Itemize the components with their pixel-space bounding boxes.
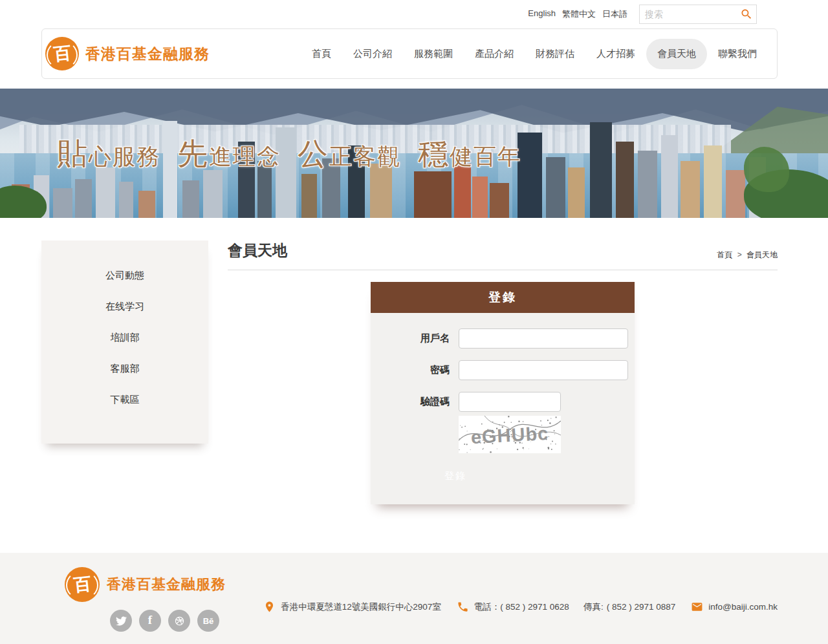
nav-product-intro[interactable]: 產品介紹: [464, 39, 525, 69]
hero-banner: 貼心服務 先進理念 公正客觀 穩健百年: [0, 89, 828, 218]
lang-english[interactable]: English: [528, 8, 556, 20]
captcha-label: 驗證碼: [371, 396, 450, 408]
username-input[interactable]: [459, 328, 628, 349]
hero-slogan: 貼心服務 先進理念 公正客觀 穩健百年: [57, 134, 521, 175]
top-bar: English 繁體中文 日本語: [0, 0, 828, 28]
nav-financial-assessment[interactable]: 財務評估: [525, 39, 585, 69]
footer-fax-label: 傳真:: [583, 601, 604, 613]
twitter-icon[interactable]: [110, 610, 132, 632]
footer: 百 香港百基金融服務 f Bē 香港中環夏愨道12號美國銀行中心2907室 電話…: [0, 553, 828, 644]
behance-icon[interactable]: Bē: [197, 610, 219, 632]
password-input[interactable]: [459, 360, 628, 380]
brand-logo-icon: 百: [45, 37, 79, 70]
login-panel: 登錄 用戶名 密碼 驗證碼 eGHUbc: [371, 282, 635, 504]
login-submit-button[interactable]: 登錄: [444, 470, 466, 482]
footer-contact: 香港中環夏愨道12號美國銀行中心2907室 電話： ( 852 ) 2971 0…: [263, 601, 778, 613]
breadcrumb-home[interactable]: 首頁: [717, 250, 732, 259]
sidebar: 公司動態 在线学习 培訓部 客服部 下載區: [41, 241, 208, 444]
username-row: 用戶名: [371, 328, 635, 349]
sidebar-item-company-news[interactable]: 公司動態: [41, 260, 208, 291]
slogan-segment: 穩健百年: [418, 134, 521, 175]
footer-email[interactable]: info@baiji.com.hk: [708, 602, 778, 612]
sidebar-item-downloads[interactable]: 下載區: [41, 384, 208, 415]
title-row: 會員天地 首頁 > 會員天地: [228, 241, 778, 270]
lang-traditional-chinese[interactable]: 繁體中文: [562, 8, 596, 20]
breadcrumb: 首頁 > 會員天地: [717, 250, 778, 261]
footer-logo-icon: 百: [65, 567, 100, 602]
phone-icon: [457, 601, 469, 613]
breadcrumb-separator: >: [737, 250, 742, 259]
search-icon[interactable]: [740, 8, 753, 21]
breadcrumb-current: 會員天地: [746, 250, 778, 259]
login-panel-header: 登錄: [371, 282, 635, 313]
slogan-segment: 先進理念: [177, 134, 281, 175]
main-content-area: 公司動態 在线学习 培訓部 客服部 下載區 會員天地 首頁 > 會員天地 登錄 …: [41, 218, 778, 553]
content-section: 會員天地 首頁 > 會員天地 登錄 用戶名 密碼 驗證碼: [228, 241, 778, 504]
sidebar-item-training-dept[interactable]: 培訓部: [41, 322, 208, 353]
captcha-row: 驗證碼: [371, 392, 635, 412]
email-icon: [691, 601, 703, 613]
site-header: 百 香港百基金融服務 首頁 公司介紹 服務範圍 產品介紹 財務評估 人才招募 會…: [41, 28, 778, 79]
footer-logo-glyph: 百: [72, 575, 92, 594]
facebook-icon[interactable]: f: [139, 610, 161, 632]
dribbble-icon[interactable]: [168, 610, 190, 632]
logo-glyph: 百: [52, 44, 72, 63]
footer-brand-logo[interactable]: 百 香港百基金融服務: [65, 567, 226, 602]
slogan-segment: 公正客觀: [298, 134, 401, 175]
nav-member-area[interactable]: 會員天地: [646, 39, 707, 69]
svg-text:eGHUbc: eGHUbc: [470, 423, 549, 447]
nav-company-intro[interactable]: 公司介紹: [342, 39, 403, 69]
main-nav: 首頁 公司介紹 服務範圍 產品介紹 財務評估 人才招募 會員天地 聯繫我們: [301, 39, 768, 69]
footer-phone: ( 852 ) 2971 0628: [500, 602, 569, 612]
sidebar-item-customer-service[interactable]: 客服部: [41, 353, 208, 384]
page-title: 會員天地: [228, 241, 287, 261]
captcha-image[interactable]: eGHUbc: [459, 416, 561, 453]
login-panel-body: 用戶名 密碼 驗證碼 eGHUbc 登錄: [371, 313, 635, 504]
brand-logo[interactable]: 百 香港百基金融服務: [45, 37, 210, 70]
username-label: 用戶名: [371, 332, 450, 345]
language-switcher: English 繁體中文 日本語: [528, 8, 627, 20]
search-box: [639, 5, 757, 24]
location-pin-icon: [263, 601, 276, 613]
slogan-segment: 貼心服務: [57, 134, 160, 175]
nav-home[interactable]: 首頁: [301, 39, 342, 69]
nav-recruitment[interactable]: 人才招募: [585, 39, 646, 69]
nav-contact-us[interactable]: 聯繫我們: [707, 39, 768, 69]
footer-fax: ( 852 ) 2971 0887: [607, 602, 676, 612]
footer-brand-name: 香港百基金融服務: [107, 575, 226, 594]
footer-address: 香港中環夏愨道12號美國銀行中心2907室: [281, 601, 441, 613]
sidebar-item-online-learning[interactable]: 在线学习: [41, 291, 208, 322]
social-links: f Bē: [110, 610, 219, 632]
search-input[interactable]: [640, 5, 735, 23]
password-label: 密碼: [371, 364, 450, 376]
nav-service-scope[interactable]: 服務範圍: [403, 39, 464, 69]
footer-phone-label: 電話：: [474, 601, 501, 613]
lang-japanese[interactable]: 日本語: [602, 8, 627, 20]
password-row: 密碼: [371, 360, 635, 380]
captcha-input[interactable]: [459, 392, 561, 412]
brand-name: 香港百基金融服務: [85, 44, 210, 64]
